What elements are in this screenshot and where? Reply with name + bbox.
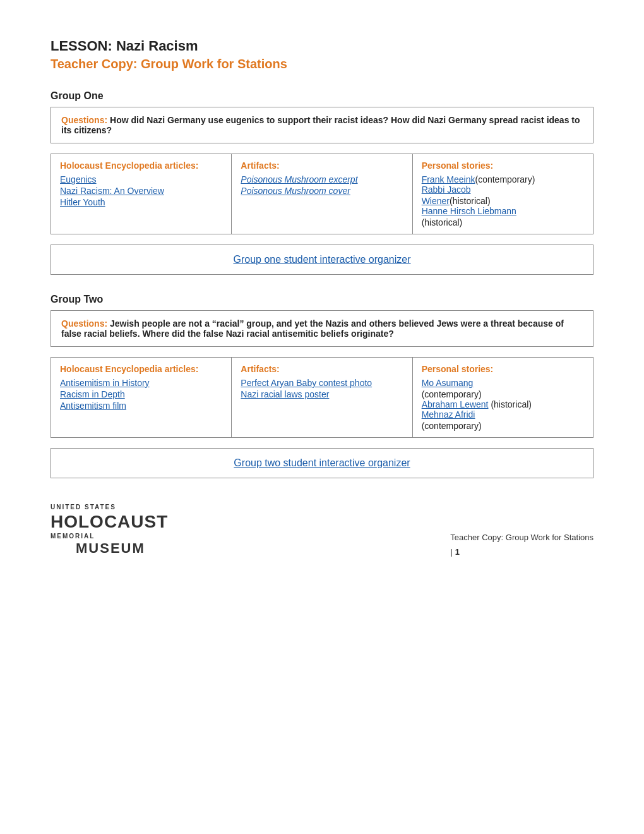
- group-two-organizer-box: Group two student interactive organizer: [51, 448, 593, 478]
- footer: UNITED STATES HOLOCAUST MEMORIAL MUSEUM …: [51, 504, 593, 557]
- link-poisonous-mushroom-cover[interactable]: Poisonous Mushroom cover: [241, 186, 403, 196]
- group-one-heading: Group One: [51, 90, 593, 102]
- museum-logo: UNITED STATES HOLOCAUST MEMORIAL MUSEUM: [51, 504, 168, 557]
- personal-rabbi-jacob: Rabbi Jacob: [422, 184, 584, 195]
- group-one-artifacts-col: Artifacts: Poisonous Mushroom excerpt Po…: [232, 154, 412, 234]
- link-rabbi-jacob[interactable]: Rabbi Jacob: [422, 184, 584, 195]
- group-two-resources-table: Holocaust Encyclopedia articles: Antisem…: [51, 357, 593, 438]
- link-wiener[interactable]: Wiener: [422, 196, 450, 206]
- abraham-lewent-suffix: (historical): [489, 399, 532, 409]
- group-two-question-text: Jewish people are not a “racial” group, …: [61, 318, 564, 339]
- group-two-organizer-link[interactable]: Group two student interactive organizer: [234, 457, 410, 468]
- page-number-bar: | 1: [450, 547, 593, 557]
- wiener-suffix: (historical): [450, 196, 491, 206]
- link-racism-depth[interactable]: Racism in Depth: [60, 389, 222, 399]
- link-eugenics[interactable]: Eugenics: [60, 174, 222, 184]
- mehnaz-contemporary: (contemporary): [422, 421, 584, 431]
- logo-united-states: UNITED STATES: [51, 504, 168, 511]
- link-hanne-hirsch-liebmann[interactable]: Hanne Hirsch Liebmann: [422, 206, 584, 216]
- group-two-question-box: Questions: Jewish people are not a “raci…: [51, 310, 593, 347]
- mo-contemporary-label: (contemporary): [422, 389, 482, 399]
- link-hitler-youth[interactable]: Hitler Youth: [60, 197, 222, 207]
- group-one-organizer-link[interactable]: Group one student interactive organizer: [233, 254, 410, 265]
- mo-asumang-contemporary: (contemporary): [422, 389, 584, 399]
- personal-frank-meeink: Frank Meeink(contemporary): [422, 174, 584, 184]
- group-two-personal-header: Personal stories:: [422, 364, 584, 374]
- link-mo-asumang[interactable]: Mo Asumang: [422, 378, 584, 388]
- group-one-question-label: Questions:: [61, 115, 107, 125]
- group-one-encyclopedia-header: Holocaust Encyclopedia articles:: [60, 160, 222, 171]
- subtitle: Teacher Copy: Group Work for Stations: [51, 57, 593, 71]
- group-one-organizer-box: Group one student interactive organizer: [51, 245, 593, 275]
- link-abraham-lewent[interactable]: Abraham Lewent: [422, 399, 489, 409]
- group-two-artifacts-header: Artifacts:: [241, 364, 403, 374]
- mehnaz-contemporary-label: (contemporary): [422, 421, 482, 431]
- personal-hanne-suffix: (historical): [422, 217, 584, 227]
- link-mehnaz-afridi[interactable]: Mehnaz Afridi: [422, 409, 584, 420]
- personal-mo-asumang: Mo Asumang: [422, 378, 584, 388]
- group-two-heading: Group Two: [51, 294, 593, 305]
- link-nazi-racism-overview[interactable]: Nazi Racism: An Overview: [60, 186, 222, 196]
- group-two-encyclopedia-header: Holocaust Encyclopedia articles:: [60, 364, 222, 374]
- footer-copy-text: Teacher Copy: Group Work for Stations: [450, 533, 593, 542]
- group-one-question-box: Questions: How did Nazi Germany use euge…: [51, 107, 593, 143]
- link-poisonous-mushroom-excerpt[interactable]: Poisonous Mushroom excerpt: [241, 174, 403, 184]
- personal-wiener: Wiener(historical): [422, 196, 584, 206]
- logo-holocaust: HOLOCAUST: [51, 511, 168, 533]
- group-two-encyclopedia-col: Holocaust Encyclopedia articles: Antisem…: [51, 358, 232, 438]
- group-two-question-label: Questions:: [61, 318, 107, 329]
- page-number: 1: [455, 547, 460, 557]
- page-separator: |: [450, 547, 452, 557]
- link-frank-meeink[interactable]: Frank Meeink: [422, 174, 475, 184]
- lesson-title: LESSON: Nazi Racism: [51, 38, 593, 54]
- footer-right-area: Teacher Copy: Group Work for Stations | …: [450, 533, 593, 557]
- group-one-encyclopedia-col: Holocaust Encyclopedia articles: Eugenic…: [51, 154, 232, 234]
- personal-hanne: Hanne Hirsch Liebmann: [422, 206, 584, 216]
- logo-museum: MUSEUM: [51, 540, 168, 557]
- group-one-question-text: How did Nazi Germany use eugenics to sup…: [61, 115, 580, 135]
- personal-abraham-lewent: Abraham Lewent (historical): [422, 399, 584, 409]
- group-one-personal-col: Personal stories: Frank Meeink(contempor…: [412, 154, 593, 234]
- frank-meeink-suffix: (contemporary): [475, 174, 535, 184]
- group-one-personal-header: Personal stories:: [422, 160, 584, 171]
- logo-memorial: MEMORIAL: [51, 533, 168, 540]
- group-two-artifacts-col: Artifacts: Perfect Aryan Baby contest ph…: [232, 358, 412, 438]
- group-one-resources-table: Holocaust Encyclopedia articles: Eugenic…: [51, 154, 593, 234]
- link-nazi-racial-laws-poster[interactable]: Nazi racial laws poster: [241, 389, 403, 399]
- group-two-personal-col: Personal stories: Mo Asumang (contempora…: [412, 358, 593, 438]
- link-perfect-aryan-baby[interactable]: Perfect Aryan Baby contest photo: [241, 378, 403, 388]
- link-antisemitism-history[interactable]: Antisemitism in History: [60, 378, 222, 388]
- group-one-artifacts-header: Artifacts:: [241, 160, 403, 171]
- personal-mehnaz-afridi: Mehnaz Afridi: [422, 409, 584, 420]
- link-antisemitism-film[interactable]: Antisemitism film: [60, 401, 222, 411]
- hanne-historical: (historical): [422, 217, 463, 227]
